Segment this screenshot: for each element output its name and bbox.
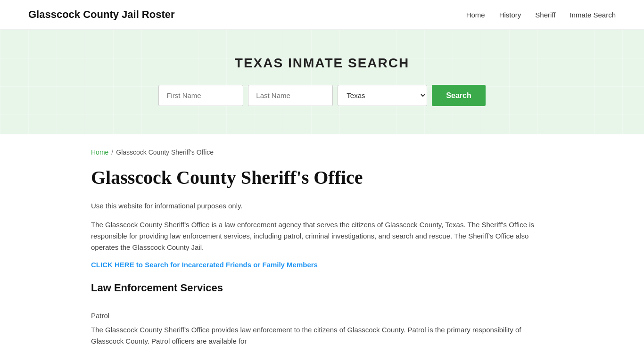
breadcrumb-separator: / xyxy=(111,148,113,156)
state-select[interactable]: Texas Alabama Alaska Arizona Arkansas Ca… xyxy=(338,85,427,106)
breadcrumb-home[interactable]: Home xyxy=(91,148,108,156)
main-nav: Home History Sheriff Inmate Search xyxy=(466,11,616,19)
law-enforcement-heading: Law Enforcement Services xyxy=(91,282,553,294)
search-button[interactable]: Search xyxy=(432,85,485,106)
info-text-1: Use this website for informational purpo… xyxy=(91,200,553,212)
patrol-text: The Glasscock County Sheriff's Office pr… xyxy=(91,324,553,347)
nav-home[interactable]: Home xyxy=(466,11,485,19)
nav-sheriff[interactable]: Sheriff xyxy=(535,11,555,19)
first-name-input[interactable] xyxy=(158,85,243,106)
site-title: Glasscock County Jail Roster xyxy=(28,8,175,21)
inmate-search-form: Texas Alabama Alaska Arizona Arkansas Ca… xyxy=(9,85,635,106)
page-title: Glasscock County Sheriff's Office xyxy=(91,166,553,189)
nav-history[interactable]: History xyxy=(499,11,521,19)
breadcrumb-current: Glasscock County Sheriff's Office xyxy=(116,148,214,156)
breadcrumb: Home / Glasscock County Sheriff's Office xyxy=(91,148,553,156)
cta-link[interactable]: CLICK HERE to Search for Incarcerated Fr… xyxy=(91,261,553,269)
nav-inmate-search[interactable]: Inmate Search xyxy=(570,11,616,19)
section-divider xyxy=(91,301,553,301)
main-content: Home / Glasscock County Sheriff's Office… xyxy=(63,134,581,362)
hero-banner: TEXAS INMATE SEARCH Texas Alabama Alaska… xyxy=(0,30,644,134)
site-header: Glasscock County Jail Roster Home Histor… xyxy=(0,0,644,30)
patrol-title: Patrol xyxy=(91,312,553,320)
last-name-input[interactable] xyxy=(248,85,333,106)
info-text-2: The Glasscock County Sheriff's Office is… xyxy=(91,219,553,253)
hero-title: TEXAS INMATE SEARCH xyxy=(9,56,635,71)
